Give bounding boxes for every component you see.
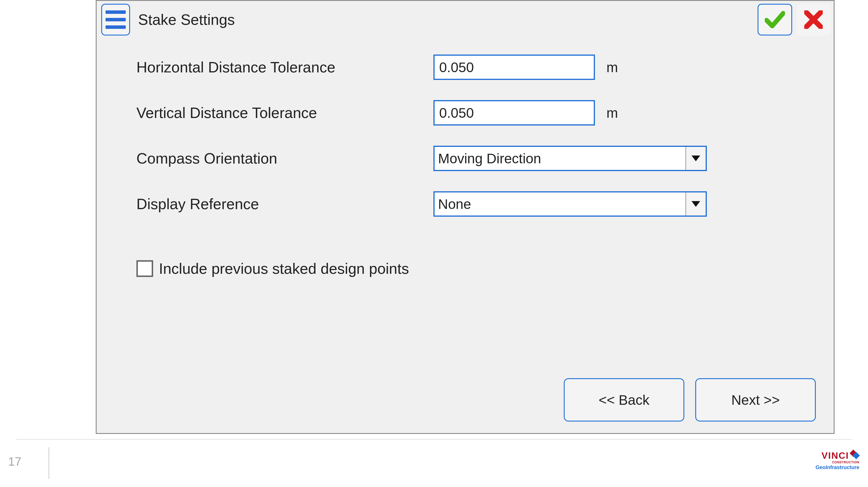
select-value-compass: Moving Direction [435, 147, 685, 170]
hamburger-icon [105, 10, 126, 14]
label-compass-orientation: Compass Orientation [136, 150, 433, 167]
input-horizontal-tolerance[interactable] [433, 55, 595, 80]
cancel-button[interactable] [796, 4, 831, 35]
close-icon [804, 10, 823, 29]
hamburger-icon [105, 18, 126, 21]
row-vertical-tolerance: Vertical Distance Tolerance m [136, 100, 799, 125]
row-compass-orientation: Compass Orientation Moving Direction [136, 146, 799, 171]
back-button[interactable]: << Back [564, 378, 684, 422]
dialog-title: Stake Settings [138, 11, 235, 28]
vinci-logo: VINCI CONSTRUCTION GeoInfrastructure [815, 450, 859, 470]
label-horizontal-tolerance: Horizontal Distance Tolerance [136, 59, 433, 76]
input-vertical-tolerance[interactable] [433, 100, 595, 125]
label-vertical-tolerance: Vertical Distance Tolerance [136, 104, 433, 121]
logo-text-sub: GeoInfrastructure [815, 464, 859, 470]
page-number: 17 [8, 455, 22, 468]
chevron-down-icon [685, 147, 706, 170]
label-include-previous: Include previous staked design points [159, 260, 409, 277]
unit-horizontal-tolerance: m [607, 59, 618, 75]
svg-marker-2 [691, 155, 700, 161]
stake-settings-dialog: Stake Settings Horizontal Distance Tole [96, 0, 835, 434]
form-area: Horizontal Distance Tolerance m Vertical… [97, 38, 834, 277]
confirm-button[interactable] [757, 4, 792, 35]
label-display-reference: Display Reference [136, 195, 433, 213]
dialog-header: Stake Settings [97, 1, 834, 38]
logo-text-main: VINCI [822, 450, 849, 461]
select-display-reference[interactable]: None [433, 191, 707, 217]
row-display-reference: Display Reference None [136, 191, 799, 217]
row-include-previous: Include previous staked design points [136, 260, 799, 277]
page-number-divider [49, 447, 49, 479]
select-value-display-ref: None [435, 192, 685, 215]
checkmark-icon [765, 11, 785, 28]
next-button[interactable]: Next >> [695, 378, 816, 422]
chevron-down-icon [685, 192, 706, 215]
menu-button[interactable] [101, 4, 130, 35]
select-compass-orientation[interactable]: Moving Direction [433, 146, 707, 171]
logo-diamond-icon [851, 450, 859, 459]
unit-vertical-tolerance: m [607, 105, 618, 121]
checkbox-include-previous[interactable] [136, 260, 153, 277]
logo-text-construction: CONSTRUCTION [832, 460, 859, 464]
row-horizontal-tolerance: Horizontal Distance Tolerance m [136, 55, 799, 80]
footer-divider [16, 439, 852, 440]
svg-marker-3 [691, 201, 700, 207]
hamburger-icon [105, 25, 126, 29]
